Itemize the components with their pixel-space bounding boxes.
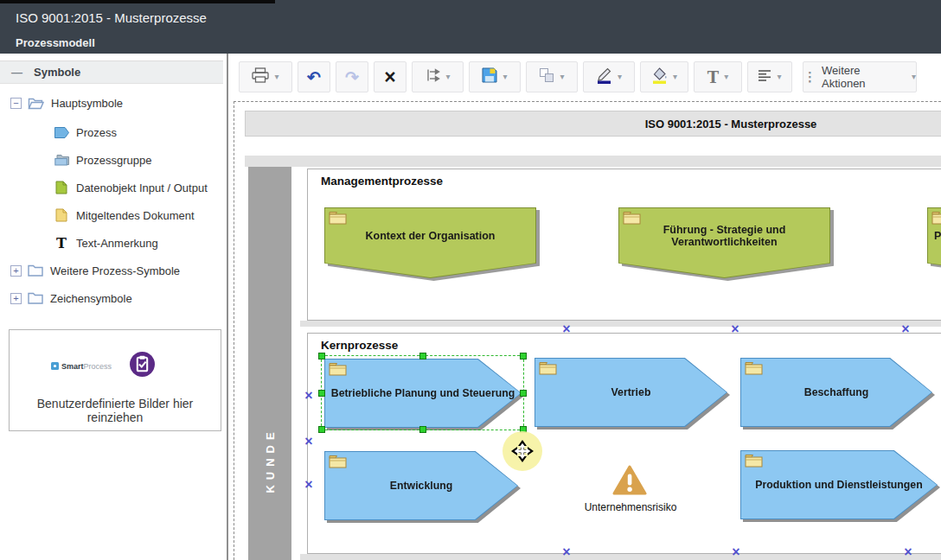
lane-divider-bottom: [300, 554, 941, 560]
more-actions-button[interactable]: ⋮ Weitere Aktionen ▾: [803, 61, 917, 92]
redo-button[interactable]: ↷: [336, 61, 368, 92]
tree-item-label: Prozessgruppe: [76, 154, 151, 167]
warning-triangle-icon[interactable]: [612, 465, 647, 500]
group-label: Managementprozesse: [321, 175, 443, 188]
shape-beschaffung[interactable]: Beschaffung: [740, 358, 932, 427]
chevron-down-icon: ▾: [777, 73, 781, 81]
tree-item-prozessgruppe[interactable]: Prozessgruppe: [0, 147, 223, 173]
tree-item-label: Weitere Prozess-Symbole: [50, 264, 180, 277]
toolbar: ▾ ↶ ↷ × ▾ ▾ ▾: [229, 54, 941, 101]
selection-marquee-left: [234, 101, 234, 560]
tree-item-prozess[interactable]: Prozess: [0, 119, 223, 145]
chevron-down-icon: ▾: [673, 73, 677, 81]
connection-point-x-icon[interactable]: ×: [901, 322, 909, 336]
undo-icon: ↶: [307, 67, 321, 87]
data-object-icon: [54, 181, 69, 194]
tree-item-hauptsymbole[interactable]: − Hauptsymbole: [0, 90, 223, 116]
save-disk-icon: [482, 67, 497, 86]
text-T-icon: T: [707, 68, 719, 86]
folder-open-icon: [28, 97, 44, 110]
tree-item-label: Zeichensymbole: [50, 292, 132, 305]
save-button[interactable]: ▾: [469, 61, 521, 92]
chevron-down-icon: ▾: [724, 73, 728, 81]
lane-divider-middle: [300, 321, 941, 327]
connection-point-x-icon[interactable]: ×: [304, 435, 312, 449]
tree-item-datenobjekt[interactable]: Datenobjekt Input / Output: [0, 175, 223, 200]
tree-item-label: Mitgeltendes Dokument: [76, 209, 195, 222]
view-label: Prozessmodell: [16, 36, 95, 49]
shape-kontext-der-organisation[interactable]: Kontext der Organisation: [324, 207, 536, 278]
fill-color-button[interactable]: ▾: [640, 61, 688, 92]
custom-image-dropzone[interactable]: SmartProcess Benutzerdefinierte Bilder h…: [9, 329, 221, 431]
tree-item-zeichensymbole[interactable]: + Zeichensymbole: [0, 285, 223, 311]
line-color-button[interactable]: ▾: [583, 61, 635, 92]
collapse-panel-icon[interactable]: —: [11, 66, 22, 79]
tree-item-weitere-prozess-symbole[interactable]: + Weitere Prozess-Symbole: [0, 258, 223, 283]
shape-entwicklung[interactable]: Entwicklung: [324, 451, 518, 520]
process-group-icon: [54, 154, 69, 166]
shape-label: Führung - Strategie und Verantwortlichke…: [618, 207, 830, 264]
folder-closed-icon: [28, 292, 43, 304]
selection-marquee-top: [234, 101, 941, 102]
connection-point-x-icon[interactable]: ×: [304, 478, 312, 492]
shape-clipped-right[interactable]: P: [927, 207, 941, 278]
chevron-down-icon: ▾: [560, 73, 564, 81]
connection-point-x-icon[interactable]: ×: [562, 322, 570, 336]
tree-item-label: Prozess: [76, 126, 117, 139]
change-symbol-button[interactable]: ▾: [412, 61, 464, 92]
app-header: ISO 9001:2015 - Musterprozesse Prozessmo…: [0, 0, 941, 54]
chevron-down-icon: ▾: [618, 73, 622, 81]
collapse-node-icon[interactable]: −: [10, 98, 22, 109]
paint-bucket-fill-color-icon: [651, 67, 668, 87]
print-button[interactable]: ▾: [239, 61, 292, 92]
connection-point-x-icon[interactable]: ×: [732, 545, 739, 559]
chevron-down-icon: ▾: [445, 73, 450, 81]
shape-fuehrung-strategie[interactable]: Führung - Strategie und Verantwortlichke…: [618, 207, 830, 278]
move-cursor-icon: [511, 440, 534, 466]
align-button[interactable]: ▾: [747, 61, 792, 92]
shape-label: P: [927, 207, 941, 264]
sidebar-divider[interactable]: [227, 54, 228, 560]
chevron-down-icon: ▾: [274, 73, 278, 81]
group-label: Kernprozesse: [321, 339, 398, 352]
delete-button[interactable]: ×: [374, 61, 406, 92]
undo-button[interactable]: ↶: [298, 61, 330, 92]
app-window: ISO 9001:2015 - Musterprozesse Prozessmo…: [0, 0, 941, 560]
shape-label: Entwicklung: [324, 451, 518, 520]
shape-betriebliche-planung[interactable]: Betriebliche Planung und Steuerung: [324, 359, 522, 428]
lane-divider-top: [245, 156, 941, 167]
connection-point-x-icon[interactable]: ×: [562, 545, 570, 559]
text-button[interactable]: T ▾: [694, 61, 742, 92]
expand-node-icon[interactable]: +: [10, 265, 22, 277]
panel-title: Symbole: [34, 66, 80, 79]
arrange-shapes-icon: [539, 67, 554, 86]
symbol-panel-header: — Symbole: [0, 60, 223, 84]
chevron-down-icon: ▾: [503, 73, 507, 81]
folder-closed-icon: [28, 264, 43, 277]
window-title: ISO 9001:2015 - Musterprozesse: [16, 10, 207, 25]
connection-point-x-icon[interactable]: ×: [304, 389, 312, 403]
redo-icon: ↷: [345, 67, 359, 87]
clipboard-check-badge-icon: [129, 351, 156, 381]
tree-item-label: Datenobjekt Input / Output: [76, 181, 208, 194]
tree-item-label: Hauptsymbole: [51, 97, 123, 110]
align-lines-icon: [758, 69, 771, 85]
smartprocess-logo: SmartProcess: [51, 362, 112, 371]
text-annotation-icon: T: [54, 235, 69, 251]
tree-item-mitgeltendes-dokument[interactable]: Mitgeltendes Dokument: [0, 202, 223, 228]
shape-label: Vertrieb: [535, 358, 727, 427]
document-icon: [54, 208, 69, 222]
dropzone-hint: Benutzerdefinierte Bilder hier reinziehe…: [10, 397, 221, 424]
shape-vertrieb[interactable]: Vertrieb: [535, 358, 727, 427]
tree-item-text-anmerkung[interactable]: T Text-Anmerkung: [0, 230, 223, 256]
shape-produktion-dienstleistungen[interactable]: Produktion und Dienstleistungen: [740, 450, 938, 519]
arrange-button[interactable]: ▾: [526, 61, 578, 92]
shape-label: Produktion und Dienstleistungen: [740, 450, 938, 519]
process-icon: [54, 127, 69, 138]
expand-node-icon[interactable]: +: [10, 293, 22, 304]
shape-label: Kontext der Organisation: [324, 207, 536, 264]
connection-point-x-icon[interactable]: ×: [731, 322, 739, 336]
connection-point-x-icon[interactable]: ×: [904, 545, 912, 559]
kunde-lane-label: KUNDE: [264, 427, 277, 493]
tree-item-label: Text-Anmerkung: [76, 237, 158, 250]
